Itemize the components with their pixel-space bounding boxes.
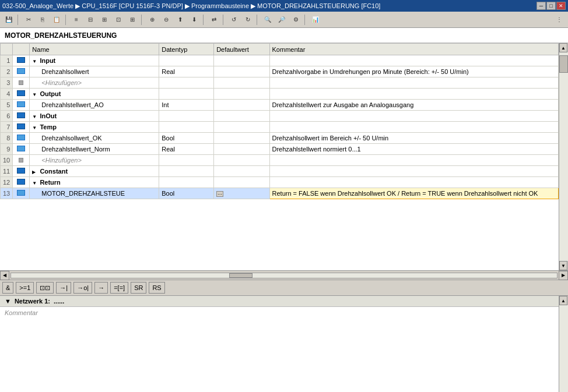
network-vscrollbar[interactable]: ▲ ▼ bbox=[559, 296, 568, 392]
toolbar-btn4[interactable]: ⊡ bbox=[112, 13, 125, 26]
row-comment-cell[interactable] bbox=[269, 122, 558, 133]
ff-button[interactable]: ⊡⊡ bbox=[36, 282, 54, 294]
row-name-cell[interactable]: Constant bbox=[30, 166, 159, 177]
expand-icon[interactable] bbox=[32, 90, 38, 97]
vscroll-up-btn[interactable]: ▲ bbox=[559, 43, 567, 52]
toolbar-options-btn[interactable]: ⋮ bbox=[553, 13, 566, 26]
hscroll-left-btn[interactable]: ◀ bbox=[0, 271, 9, 280]
minimize-button[interactable]: ─ bbox=[537, 2, 546, 10]
row-name-cell[interactable]: Temp bbox=[30, 122, 159, 133]
toolbar-btn8[interactable]: ⬆ bbox=[174, 13, 187, 26]
table-vscrollbar[interactable]: ▲ ▼ bbox=[559, 43, 568, 270]
toolbar-btn5[interactable]: ⊞ bbox=[126, 13, 139, 26]
toolbar-copy-btn[interactable]: ⎘ bbox=[36, 13, 49, 26]
maximize-button[interactable]: □ bbox=[546, 2, 556, 10]
row-name-cell[interactable]: Return bbox=[30, 177, 159, 188]
row-name-cell[interactable]: MOTOR_DREHZAHLSTEUE bbox=[30, 188, 159, 199]
sr-button[interactable]: SR bbox=[131, 282, 146, 294]
table-row[interactable]: 2DrehzahlsollwertRealDrehzahlvorgabe in … bbox=[1, 66, 559, 77]
row-comment-cell[interactable] bbox=[269, 166, 558, 177]
table-row[interactable]: 6 InOut bbox=[1, 111, 559, 122]
toolbar-btn6[interactable]: ⊕ bbox=[146, 13, 159, 26]
interface-table: Name Datentyp Defaultwert Kommentar 1 In… bbox=[0, 43, 559, 199]
table-row[interactable]: 9Drehzahlstellwert_NormRealDrehzahlstell… bbox=[1, 144, 559, 155]
toolbar-btn3[interactable]: ⊞ bbox=[98, 13, 111, 26]
toolbar-btn10[interactable]: ⇄ bbox=[208, 13, 220, 26]
net-vscroll-track[interactable] bbox=[559, 305, 568, 392]
toolbar-btn14[interactable]: 🔎 bbox=[275, 13, 288, 26]
row-comment-cell[interactable]: Drehzahlvorgabe in Umdrehungen pro Minut… bbox=[269, 66, 558, 77]
table-row[interactable]: 8Drehzahlsollwert_OKBoolDrehzahlsollwert… bbox=[1, 133, 559, 144]
hscroll-right-btn[interactable]: ▶ bbox=[559, 271, 568, 280]
table-row[interactable]: 4 Output bbox=[1, 89, 559, 100]
row-comment-cell[interactable] bbox=[269, 77, 558, 89]
return-value-btn[interactable]: ⋯ bbox=[216, 191, 223, 197]
row-name-cell[interactable]: Drehzahlsollwert bbox=[30, 66, 159, 77]
toolbar-btn15[interactable]: ⚙ bbox=[289, 13, 302, 26]
comment-area[interactable]: Kommentar bbox=[5, 309, 563, 316]
table-row[interactable]: 5Drehzahlstellwert_AOIntDrehzahlstellwer… bbox=[1, 100, 559, 111]
toolbar-save-btn[interactable]: 💾 bbox=[2, 13, 15, 26]
row-name-cell[interactable]: <Hinzufügen> bbox=[30, 77, 159, 89]
table-row[interactable]: 1 Input bbox=[1, 55, 559, 66]
table-row[interactable]: 13MOTOR_DREHZAHLSTEUEBool⋯Return = FALSE… bbox=[1, 188, 559, 199]
toolbar-btn16[interactable]: 📊 bbox=[309, 13, 322, 26]
row-comment-cell[interactable] bbox=[269, 89, 558, 100]
row-name-cell[interactable]: InOut bbox=[30, 111, 159, 122]
ncoil-button[interactable]: →o| bbox=[73, 282, 92, 294]
row-icon-cell bbox=[13, 122, 30, 133]
expand-icon[interactable] bbox=[32, 168, 38, 175]
toolbar-btn11[interactable]: ↺ bbox=[227, 13, 240, 26]
row-dtype-cell bbox=[159, 89, 214, 100]
row-comment-cell[interactable]: Drehzahlsollwert im Bereich +/- 50 U/min bbox=[269, 133, 558, 144]
row-icon-cell bbox=[13, 133, 30, 144]
toolbar-paste-btn[interactable]: 📋 bbox=[50, 13, 63, 26]
row-name-cell[interactable]: Drehzahlstellwert_AO bbox=[30, 100, 159, 111]
vscroll-thumb[interactable] bbox=[559, 55, 568, 73]
net-vscroll-up-btn[interactable]: ▲ bbox=[559, 296, 567, 305]
toolbar-btn7[interactable]: ⊖ bbox=[160, 13, 173, 26]
expand-icon[interactable] bbox=[32, 179, 38, 186]
table-hscrollbar[interactable]: ◀ ▶ bbox=[0, 270, 568, 280]
row-comment-cell[interactable] bbox=[269, 111, 558, 122]
vscroll-down-btn[interactable]: ▼ bbox=[559, 261, 567, 270]
gte1-button[interactable]: >=1 bbox=[16, 282, 34, 294]
close-button[interactable]: ✕ bbox=[556, 2, 566, 10]
toolbar-btn13[interactable]: 🔍 bbox=[261, 13, 274, 26]
table-row[interactable]: 11 Constant bbox=[1, 166, 559, 177]
row-comment-cell[interactable] bbox=[269, 177, 558, 188]
row-comment-cell[interactable]: Drehzahlstellwert zur Ausgabe an Analoga… bbox=[269, 100, 558, 111]
hscroll-thumb[interactable] bbox=[229, 273, 253, 278]
toolbar-btn12[interactable]: ↻ bbox=[241, 13, 254, 26]
expand-icon[interactable] bbox=[32, 123, 38, 130]
row-comment-cell[interactable]: Drehzahlstellwert normiert 0...1 bbox=[269, 144, 558, 155]
vscroll-track[interactable] bbox=[559, 52, 568, 261]
row-comment-cell[interactable]: Return = FALSE wenn Drehzahlsollwert OK … bbox=[269, 188, 558, 199]
row-name-cell[interactable]: Drehzahlsollwert_OK bbox=[30, 133, 159, 144]
toolbar-cut-btn[interactable]: ✂ bbox=[22, 13, 35, 26]
coil-button[interactable]: →| bbox=[56, 282, 71, 294]
contact-button[interactable]: → bbox=[94, 282, 108, 294]
row-comment-cell[interactable] bbox=[269, 155, 558, 166]
toolbar-btn9[interactable]: ⬇ bbox=[188, 13, 201, 26]
toolbar-btn2[interactable]: ⊟ bbox=[84, 13, 97, 26]
row-name-cell[interactable]: Input bbox=[30, 55, 159, 66]
table-row[interactable]: 7 Temp bbox=[1, 122, 559, 133]
row-comment-cell[interactable] bbox=[269, 55, 558, 66]
expand-network-btn[interactable]: ▼ bbox=[5, 298, 11, 305]
setcoil-button[interactable]: =[=] bbox=[110, 282, 128, 294]
rs-button[interactable]: RS bbox=[149, 282, 164, 294]
row-name-cell[interactable]: Drehzahlstellwert_Norm bbox=[30, 144, 159, 155]
hscroll-track[interactable] bbox=[10, 273, 558, 278]
and-button[interactable]: & bbox=[2, 282, 13, 294]
row-dtype-cell bbox=[159, 122, 214, 133]
table-row[interactable]: 3<Hinzufügen> bbox=[1, 77, 559, 89]
row-icon-cell bbox=[13, 55, 30, 66]
expand-icon[interactable] bbox=[32, 112, 38, 119]
row-name-cell[interactable]: Output bbox=[30, 89, 159, 100]
row-name-cell[interactable]: <Hinzufügen> bbox=[30, 155, 159, 166]
table-row[interactable]: 10<Hinzufügen> bbox=[1, 155, 559, 166]
toolbar-btn1[interactable]: ≡ bbox=[70, 13, 83, 26]
expand-icon[interactable] bbox=[32, 57, 38, 64]
table-row[interactable]: 12 Return bbox=[1, 177, 559, 188]
